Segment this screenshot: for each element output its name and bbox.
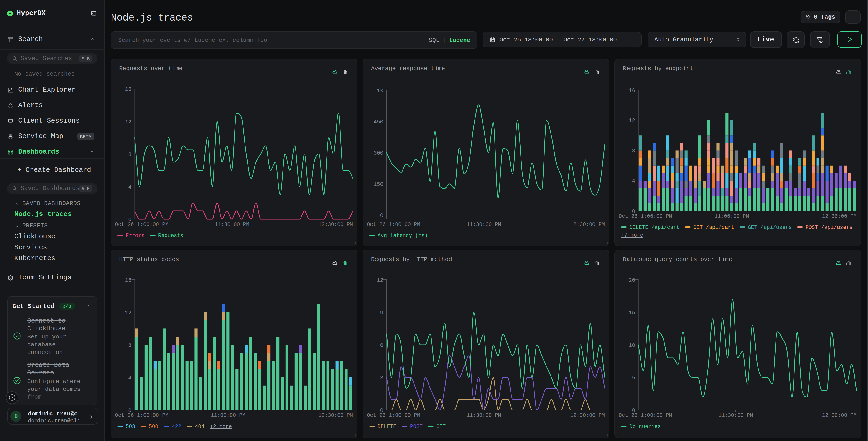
svg-text:11:30:00 PM: 11:30:00 PM bbox=[718, 413, 753, 418]
svg-text:12:30:00 PM: 12:30:00 PM bbox=[822, 213, 857, 219]
svg-text:12:30:00 PM: 12:30:00 PM bbox=[318, 413, 353, 418]
svg-text:4: 4 bbox=[128, 375, 131, 381]
svg-text:12:30:00 PM: 12:30:00 PM bbox=[570, 413, 605, 418]
svg-text:11:00:00 PM: 11:00:00 PM bbox=[211, 413, 245, 418]
svg-text:Errors: Errors bbox=[125, 233, 144, 239]
svg-text:6: 6 bbox=[380, 342, 383, 349]
svg-text:Oct 26 1:00:00 PM: Oct 26 1:00:00 PM bbox=[367, 413, 420, 418]
svg-text:Requests: Requests bbox=[158, 233, 183, 239]
svg-text:Oct 26 1:00:00 PM: Oct 26 1:00:00 PM bbox=[619, 213, 672, 219]
svg-text:10: 10 bbox=[629, 342, 635, 349]
svg-text:8: 8 bbox=[128, 151, 131, 158]
svg-text:16: 16 bbox=[125, 277, 131, 283]
svg-text:+7 more: +7 more bbox=[621, 232, 643, 238]
svg-text:POST /api/users: POST /api/users bbox=[805, 225, 852, 231]
svg-text:+2 more: +2 more bbox=[210, 424, 232, 430]
svg-text:11:30:00 PM: 11:30:00 PM bbox=[467, 413, 501, 418]
svg-text:9: 9 bbox=[380, 310, 383, 316]
svg-text:12:30:00 PM: 12:30:00 PM bbox=[318, 222, 353, 228]
svg-text:12: 12 bbox=[629, 118, 635, 124]
svg-text:3: 3 bbox=[380, 375, 383, 381]
svg-text:11:00:00 PM: 11:00:00 PM bbox=[715, 213, 749, 219]
svg-text:DELETE: DELETE bbox=[377, 424, 396, 430]
svg-text:Db queries: Db queries bbox=[629, 424, 661, 430]
svg-text:GET /api/cart: GET /api/cart bbox=[693, 225, 734, 231]
svg-text:300: 300 bbox=[373, 150, 383, 156]
svg-text:12: 12 bbox=[125, 119, 131, 125]
svg-text:11:30:00 PM: 11:30:00 PM bbox=[215, 222, 249, 228]
svg-text:Oct 26 1:00:00 PM: Oct 26 1:00:00 PM bbox=[115, 222, 168, 228]
svg-text:4: 4 bbox=[128, 184, 131, 190]
svg-text:12: 12 bbox=[377, 277, 383, 283]
svg-text:GET: GET bbox=[436, 424, 445, 430]
svg-text:1k: 1k bbox=[377, 88, 383, 94]
svg-text:Avg latency (ms): Avg latency (ms) bbox=[377, 233, 428, 239]
svg-text:15: 15 bbox=[629, 310, 635, 316]
svg-text:16: 16 bbox=[125, 86, 131, 92]
svg-text:8: 8 bbox=[632, 148, 635, 154]
svg-text:16: 16 bbox=[629, 87, 635, 94]
svg-text:4: 4 bbox=[632, 178, 635, 184]
svg-text:POST: POST bbox=[410, 424, 423, 430]
svg-text:12: 12 bbox=[125, 310, 131, 316]
svg-text:Oct 26 1:00:00 PM: Oct 26 1:00:00 PM bbox=[367, 222, 420, 228]
svg-text:DELETE /api/cart: DELETE /api/cart bbox=[629, 225, 680, 231]
svg-text:12:30:00 PM: 12:30:00 PM bbox=[570, 222, 605, 228]
svg-text:404: 404 bbox=[195, 424, 204, 430]
svg-text:422: 422 bbox=[172, 424, 181, 430]
svg-text:12:30:00 PM: 12:30:00 PM bbox=[822, 413, 857, 418]
svg-text:20: 20 bbox=[629, 277, 635, 283]
svg-text:0: 0 bbox=[380, 212, 383, 219]
svg-text:503: 503 bbox=[125, 424, 135, 430]
svg-text:500: 500 bbox=[149, 424, 158, 430]
svg-text:Oct 26 1:00:00 PM: Oct 26 1:00:00 PM bbox=[619, 413, 672, 418]
svg-text:Oct 26 1:00:00 PM: Oct 26 1:00:00 PM bbox=[115, 413, 168, 418]
svg-text:8: 8 bbox=[128, 342, 131, 349]
svg-text:5: 5 bbox=[632, 375, 635, 381]
svg-text:11:30:00 PM: 11:30:00 PM bbox=[467, 222, 501, 228]
svg-text:GET /api/users: GET /api/users bbox=[748, 225, 792, 231]
svg-text:450: 450 bbox=[373, 119, 383, 125]
svg-text:150: 150 bbox=[373, 181, 383, 187]
